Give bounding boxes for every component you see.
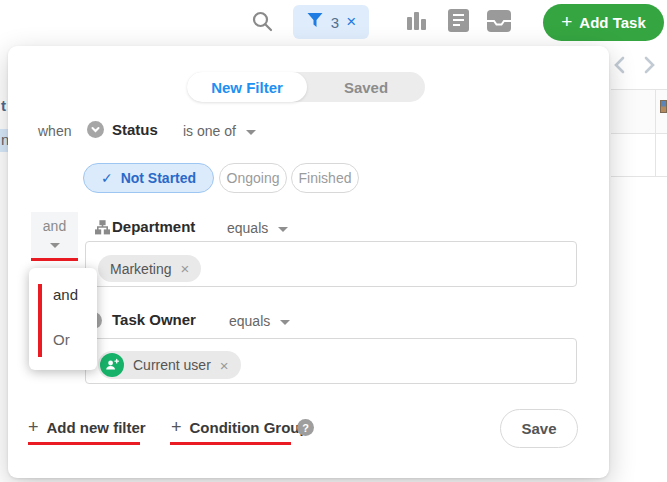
search-button[interactable] xyxy=(248,9,276,37)
remove-chip-icon[interactable]: × xyxy=(180,260,189,277)
task-owner-value-chip: Current user × xyxy=(98,351,241,379)
add-task-button[interactable]: + Add Task xyxy=(543,4,664,41)
app-window: 3 × + A xyxy=(0,0,667,482)
condition-group-link[interactable]: + Condition Group xyxy=(171,417,309,438)
remove-chip-icon[interactable]: × xyxy=(220,357,229,374)
background-table-cell xyxy=(611,90,667,133)
bar-chart-icon xyxy=(404,9,428,37)
conjunction-value: and xyxy=(31,218,78,234)
task-owner-value-input[interactable]: Current user × xyxy=(85,338,577,384)
status-option-finished[interactable]: Finished xyxy=(291,163,359,193)
conjunction-option-or[interactable]: Or xyxy=(53,331,70,348)
chart-view-button[interactable] xyxy=(403,10,429,36)
status-field-icon[interactable] xyxy=(87,121,104,138)
check-icon: ✓ xyxy=(101,170,113,186)
filter-count: 3 xyxy=(331,14,339,31)
funnel-icon xyxy=(306,11,324,33)
chevron-down-icon xyxy=(50,243,60,248)
document-icon xyxy=(447,8,470,37)
table-gridline xyxy=(611,133,667,134)
table-gridline xyxy=(611,176,667,177)
add-new-filter-link[interactable]: + Add new filter xyxy=(28,417,146,438)
plus-icon: + xyxy=(171,417,182,438)
plus-icon: + xyxy=(561,11,572,33)
conjunction-dropdown-trigger[interactable]: and xyxy=(31,212,78,260)
table-gridline xyxy=(655,89,656,177)
add-task-label: Add Task xyxy=(579,14,645,31)
status-option-not-started[interactable]: ✓ Not Started xyxy=(83,163,214,193)
plus-icon: + xyxy=(28,417,39,438)
table-gridline xyxy=(611,89,667,90)
prev-page-icon[interactable] xyxy=(611,55,629,79)
annotation-redbar xyxy=(38,284,42,357)
when-label: when xyxy=(38,123,71,139)
department-value-input[interactable]: Marketing × xyxy=(85,241,577,287)
department-value-chip: Marketing × xyxy=(98,255,201,282)
current-user-avatar xyxy=(100,353,124,377)
notes-view-button[interactable] xyxy=(445,9,471,36)
conjunction-option-and[interactable]: and xyxy=(53,286,78,303)
help-icon[interactable]: ? xyxy=(297,419,314,436)
department-operator-dropdown[interactable]: equals xyxy=(227,220,288,236)
active-filter-badge[interactable]: 3 × xyxy=(293,5,369,39)
filter-panel: New Filter Saved when Status is one of ✓… xyxy=(8,46,609,478)
annotation-underline xyxy=(170,442,291,445)
status-field-label: Status xyxy=(112,121,158,138)
status-option-ongoing[interactable]: Ongoing xyxy=(219,163,287,193)
chevron-down-icon xyxy=(280,320,290,325)
filter-tabs: New Filter Saved xyxy=(187,72,425,102)
department-field-icon xyxy=(95,220,110,239)
conjunction-dropdown-menu: and Or xyxy=(29,268,97,370)
chevron-down-icon xyxy=(278,227,288,232)
clipped-background-text: t xyxy=(1,97,6,114)
inbox-view-button[interactable] xyxy=(485,10,513,36)
attachment-thumbnail xyxy=(660,100,667,113)
chevron-down-icon xyxy=(246,130,256,135)
annotation-underline xyxy=(31,258,78,261)
search-icon xyxy=(250,9,274,37)
task-owner-field-label: Task Owner xyxy=(112,311,196,328)
tab-new-filter[interactable]: New Filter xyxy=(187,72,307,102)
save-button[interactable]: Save xyxy=(500,409,578,448)
department-field-label: Department xyxy=(112,218,195,235)
task-owner-operator-dropdown[interactable]: equals xyxy=(229,313,290,329)
next-page-icon[interactable] xyxy=(640,55,658,79)
inbox-tray-icon xyxy=(486,9,512,37)
clear-filter-icon[interactable]: × xyxy=(346,12,356,32)
status-operator-dropdown[interactable]: is one of xyxy=(183,123,256,139)
annotation-underline xyxy=(28,442,140,445)
tab-saved[interactable]: Saved xyxy=(307,79,425,96)
